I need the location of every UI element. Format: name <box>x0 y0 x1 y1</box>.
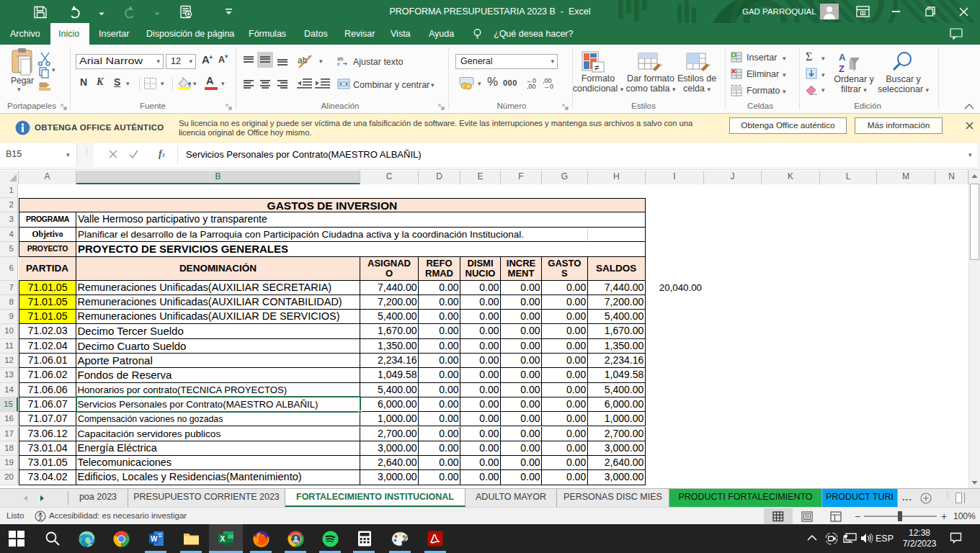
svg-text:c: c <box>337 60 340 66</box>
svg-text:X: X <box>220 535 226 543</box>
svg-text:W: W <box>151 535 158 543</box>
svg-text:Z: Z <box>839 63 845 74</box>
svg-text:,00: ,00 <box>527 83 536 89</box>
svg-text:A: A <box>839 52 846 63</box>
svg-text:≠: ≠ <box>594 63 600 73</box>
svg-text:→0: →0 <box>543 83 553 89</box>
